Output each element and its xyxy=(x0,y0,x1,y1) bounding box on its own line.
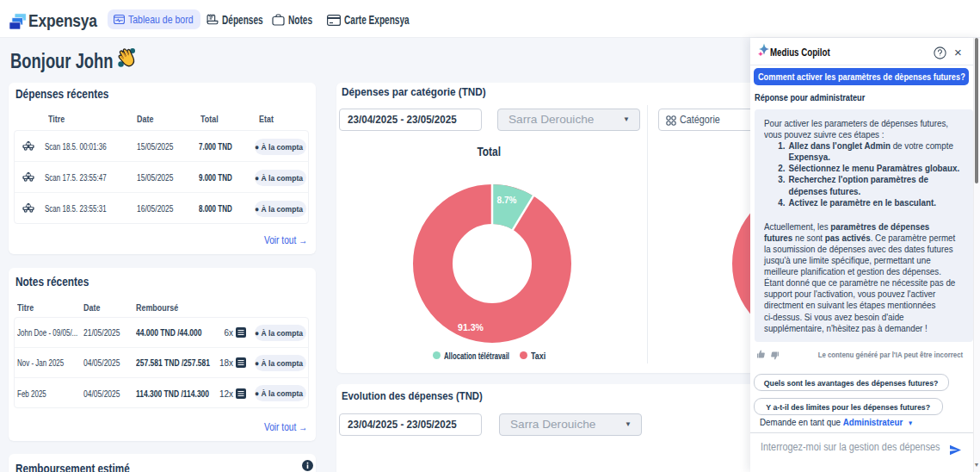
svg-text:8.7%: 8.7% xyxy=(497,196,517,205)
svg-text:91.3%: 91.3% xyxy=(458,322,484,332)
